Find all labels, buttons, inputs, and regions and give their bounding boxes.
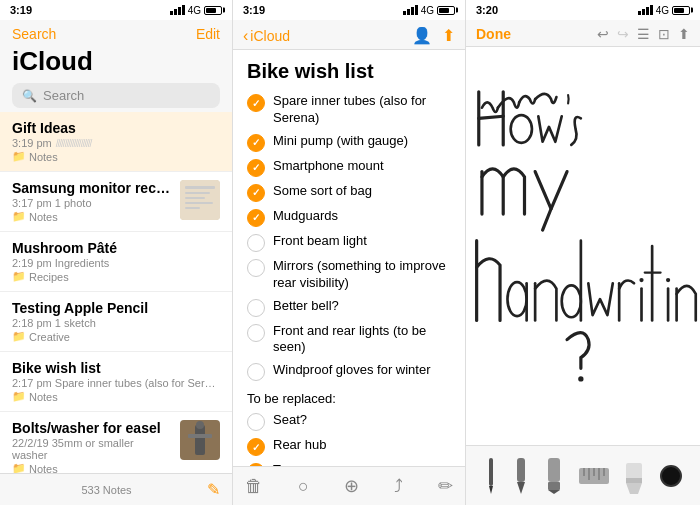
- status-icons-2: 4G: [403, 5, 455, 16]
- note-title: Samsung monitor receipt: [12, 180, 172, 196]
- note-folder: 📁 Notes: [12, 390, 220, 403]
- tool-finepen[interactable]: [484, 458, 498, 494]
- notes-count: 533 Notes: [12, 484, 201, 496]
- p3-header: Done ↩ ↪ ☰ ⊡ ⬆: [466, 20, 700, 47]
- p2-footer: 🗑 ○ ⊕ ⤴ ✏: [233, 466, 465, 505]
- note-item-samsung[interactable]: Samsung monitor receipt 3:17 pm 1 photo …: [0, 172, 232, 232]
- checkbox-9[interactable]: [247, 324, 265, 342]
- bar4: [650, 5, 653, 15]
- back-label-2: iCloud: [250, 28, 290, 44]
- replace-item-1: Seat?: [247, 412, 451, 431]
- svg-rect-30: [626, 478, 642, 483]
- folder-name: Notes: [29, 463, 58, 474]
- back-button-2[interactable]: ‹ iCloud: [243, 27, 290, 45]
- svg-rect-4: [185, 202, 213, 204]
- drawing-canvas[interactable]: [466, 47, 700, 445]
- person-icon[interactable]: 👤: [412, 26, 432, 45]
- tool-eraser[interactable]: [624, 458, 644, 494]
- checkbox-5[interactable]: ✓: [247, 209, 265, 227]
- bar3: [646, 7, 649, 15]
- search-icon: 🔍: [22, 89, 37, 103]
- svg-rect-16: [489, 458, 493, 486]
- notes-list: Gift Ideas 3:19 pm //////////////////// …: [0, 112, 232, 473]
- check-item-5: ✓ Mudguards: [247, 208, 451, 227]
- ruler-icon: [579, 458, 609, 494]
- bar4: [415, 5, 418, 15]
- status-bar-1: 3:19 4G: [0, 0, 232, 20]
- back-button-1[interactable]: Search: [12, 26, 56, 42]
- note-item-mushroom[interactable]: Mushroom Pâté 2:19 pm Ingredients 📁 Reci…: [0, 232, 232, 292]
- folder-name: Notes: [29, 391, 58, 403]
- svg-point-11: [507, 282, 526, 316]
- tool-marker[interactable]: [545, 458, 563, 494]
- undo-icon[interactable]: ↩: [597, 26, 609, 42]
- svg-point-15: [578, 376, 583, 381]
- redo-icon[interactable]: ↪: [617, 26, 629, 42]
- edit-button[interactable]: Edit: [196, 26, 220, 42]
- note-item-pencil[interactable]: Testing Apple Pencil 2:18 pm 1 sketch 📁 …: [0, 292, 232, 352]
- checkbox-3[interactable]: ✓: [247, 159, 265, 177]
- pen-icon: [513, 458, 529, 494]
- note-lines: ////////////////////: [56, 138, 92, 149]
- check-text-5: Mudguards: [273, 208, 451, 225]
- battery-3: [672, 6, 690, 15]
- bar1: [403, 11, 406, 15]
- signal-bars-1: [170, 5, 185, 15]
- location-icon[interactable]: ⤴: [394, 476, 403, 497]
- folder-name: Notes: [29, 151, 58, 163]
- check-circle-icon[interactable]: ○: [298, 476, 309, 497]
- battery-1: [204, 6, 222, 15]
- share-icon-3[interactable]: ⬆: [678, 26, 690, 42]
- note-content: Bolts/washer for easel 22/2/19 35mm or s…: [12, 420, 172, 473]
- crop-icon[interactable]: ⊡: [658, 26, 670, 42]
- check-text-9: Front and rear lights (to be seen): [273, 323, 451, 357]
- note-title: Bolts/washer for easel: [12, 420, 172, 436]
- tool-color-black[interactable]: [660, 465, 682, 487]
- tool-ruler[interactable]: [579, 458, 609, 494]
- p3-tools-bar: [466, 445, 700, 505]
- note-title: Testing Apple Pencil: [12, 300, 220, 316]
- note-title: Gift Ideas: [12, 120, 220, 136]
- note-title: Bike wish list: [247, 60, 451, 83]
- replace-text-1: Seat?: [273, 412, 451, 429]
- note-meta: 2:19 pm Ingredients: [12, 257, 220, 269]
- note-item-gift-ideas[interactable]: Gift Ideas 3:19 pm //////////////////// …: [0, 112, 232, 172]
- compose-icon-2[interactable]: ✏: [438, 475, 453, 497]
- note-icon[interactable]: ☰: [637, 26, 650, 42]
- folder-icon: 📁: [12, 330, 26, 343]
- search-box[interactable]: 🔍 Search: [12, 83, 220, 108]
- svg-marker-31: [626, 483, 642, 494]
- note-meta: 2:17 pm Spare inner tubes (also for Sere…: [12, 377, 220, 389]
- trash-icon[interactable]: 🗑: [245, 476, 263, 497]
- handwriting-svg: [466, 47, 700, 445]
- checkbox-6[interactable]: [247, 234, 265, 252]
- share-icon[interactable]: ⬆: [442, 26, 455, 45]
- note-item-bolts[interactable]: Bolts/washer for easel 22/2/19 35mm or s…: [0, 412, 232, 473]
- eraser-icon: [624, 458, 644, 494]
- add-icon[interactable]: ⊕: [344, 475, 359, 497]
- replace-checkbox-2[interactable]: ✓: [247, 438, 265, 456]
- folder-icon: 📁: [12, 150, 26, 163]
- svg-rect-20: [548, 458, 560, 482]
- checkbox-8[interactable]: [247, 299, 265, 317]
- bar2: [642, 9, 645, 15]
- done-button[interactable]: Done: [476, 26, 511, 42]
- replace-checkbox-1[interactable]: [247, 413, 265, 431]
- p3-toolbar: ↩ ↪ ☰ ⊡ ⬆: [597, 26, 690, 42]
- checkbox-7[interactable]: [247, 259, 265, 277]
- svg-rect-5: [185, 207, 200, 209]
- checkbox-4[interactable]: ✓: [247, 184, 265, 202]
- battery-2: [437, 6, 455, 15]
- checkbox-10[interactable]: [247, 363, 265, 381]
- note-item-bike[interactable]: Bike wish list 2:17 pm Spare inner tubes…: [0, 352, 232, 412]
- checkbox-1[interactable]: ✓: [247, 94, 265, 112]
- drawing-panel: 3:20 4G Done ↩ ↪ ☰ ⊡ ⬆: [466, 0, 700, 505]
- network-label-2: 4G: [421, 5, 434, 16]
- note-content: Bike wish list 2:17 pm Spare inner tubes…: [12, 360, 220, 403]
- checkbox-2[interactable]: ✓: [247, 134, 265, 152]
- svg-rect-7: [195, 425, 205, 455]
- check-text-7: Mirrors (something to improve rear visib…: [273, 258, 451, 292]
- network-label-3: 4G: [656, 5, 669, 16]
- compose-button[interactable]: ✎: [207, 480, 220, 499]
- tool-pen[interactable]: [513, 458, 529, 494]
